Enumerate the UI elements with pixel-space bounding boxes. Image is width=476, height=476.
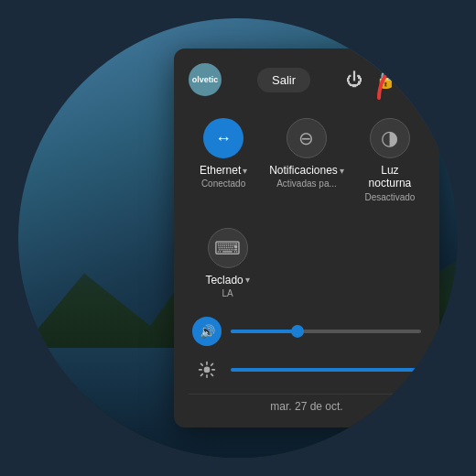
keyboard-sublabel: LA [222, 288, 233, 298]
night-light-icon: ◑ [381, 126, 398, 150]
lock-icon[interactable]: 🔒 [375, 70, 395, 90]
night-light-sublabel: Desactivado [364, 192, 415, 202]
top-bar: olvetic Salir ⏻ 🔒 ⚙ [189, 63, 425, 96]
volume-slider[interactable] [231, 330, 421, 333]
logo-button[interactable]: olvetic [189, 63, 222, 96]
background-circle: olvetic Salir ⏻ 🔒 ⚙ [18, 18, 458, 458]
keyboard-dropdown-arrow: ▾ [245, 275, 250, 285]
tiles-row2: ⌨ Teclado ▾ LA [189, 221, 425, 306]
keyboard-label: Teclado [205, 274, 243, 287]
tiles-grid: ↔ Ethernet ▾ Conectado ⊖ Notificaciones [189, 111, 425, 210]
ethernet-sublabel: Conectado [201, 178, 245, 189]
volume-icon: 🔊 [200, 324, 215, 339]
notifications-tile[interactable]: ⊖ Notificaciones ▾ Activadas pa... [265, 111, 348, 210]
ethernet-icon-wrap: ↔ [203, 118, 243, 158]
notifications-dropdown-arrow: ▾ [340, 166, 344, 176]
keyboard-tile[interactable]: ⌨ Teclado ▾ LA [189, 221, 266, 306]
svg-point-1 [204, 367, 211, 373]
night-light-tile[interactable]: ◑ Luz nocturna Desactivado [355, 111, 425, 210]
logo-text: olvetic [192, 75, 219, 84]
keyboard-icon: ⌨ [214, 237, 241, 259]
volume-thumb [291, 325, 304, 338]
notifications-icon: ⊖ [298, 127, 314, 149]
night-light-icon-wrap: ◑ [370, 118, 410, 158]
keyboard-icon-wrap: ⌨ [208, 228, 248, 268]
night-light-label: Luz nocturna [359, 164, 421, 190]
volume-icon-wrap[interactable]: 🔊 [192, 317, 222, 346]
brightness-row [189, 355, 425, 384]
volume-row: 🔊 [189, 317, 425, 346]
settings-icon[interactable]: ⚙ [408, 70, 425, 90]
settings-container: ⚙ [408, 69, 425, 91]
date-bar: mar. 27 de oct. [189, 394, 425, 413]
ethernet-dropdown-arrow: ▾ [243, 166, 247, 176]
ethernet-icon: ↔ [215, 128, 232, 147]
ethernet-tile[interactable]: ↔ Ethernet ▾ Conectado [189, 111, 258, 210]
notifications-label: Notificaciones [269, 164, 338, 177]
panel-container: olvetic Salir ⏻ 🔒 ⚙ [174, 49, 439, 427]
svg-line-8 [211, 364, 213, 366]
ethernet-label: Ethernet [200, 164, 241, 177]
date-text: mar. 27 de oct. [270, 400, 342, 413]
brightness-icon [198, 361, 216, 379]
power-icon[interactable]: ⏻ [346, 70, 362, 89]
notifications-sublabel: Activadas pa... [276, 178, 337, 189]
notifications-icon-wrap: ⊖ [287, 118, 327, 158]
quick-panel: olvetic Salir ⏻ 🔒 ⚙ [174, 49, 439, 427]
volume-fill [231, 330, 298, 333]
svg-line-6 [201, 364, 203, 366]
brightness-icon-wrap [192, 355, 222, 384]
salir-button[interactable]: Salir [257, 67, 310, 92]
svg-line-7 [211, 374, 213, 376]
top-icons: ⏻ 🔒 ⚙ [346, 69, 425, 91]
brightness-slider[interactable] [231, 368, 421, 372]
svg-line-9 [201, 374, 203, 376]
